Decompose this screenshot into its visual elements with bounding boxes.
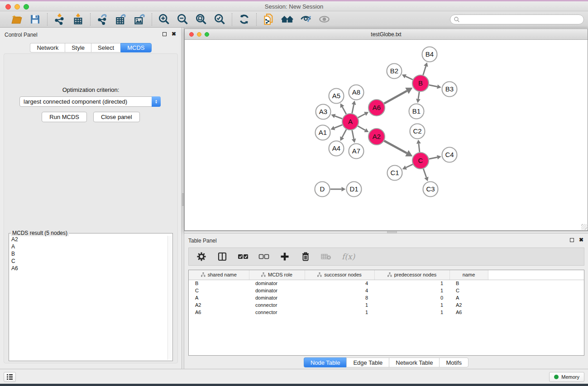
search-field[interactable]	[450, 14, 584, 24]
run-mcds-button[interactable]: Run MCDS	[42, 112, 87, 122]
export-image-icon[interactable]	[134, 13, 146, 25]
graph-edge-A-A8[interactable]	[352, 105, 354, 113]
table-cell[interactable]: 1	[305, 301, 374, 309]
network-window-titlebar[interactable]: testGlobe.txt	[185, 29, 588, 40]
mcds-result-item[interactable]: B	[10, 250, 167, 257]
tab-node-table[interactable]: Node Table	[304, 357, 347, 367]
table-cell[interactable]: A	[189, 294, 249, 301]
graph-edge-C-C3[interactable]	[423, 169, 426, 177]
function-builder-fx-icon[interactable]: f(x)	[342, 252, 355, 261]
tab-style[interactable]: Style	[65, 43, 91, 52]
column-header-name[interactable]: name	[449, 270, 488, 280]
search-input[interactable]	[460, 15, 583, 24]
table-cell[interactable]: C	[189, 287, 249, 294]
select-all-checkboxes-icon[interactable]	[238, 251, 249, 262]
graph-edge-A-A5[interactable]	[342, 107, 346, 114]
network-graph[interactable]: AA6A2BCA3A5A8A1A4A7B2B4B3B1C2C4C1C3DD1	[185, 40, 588, 230]
graph-edge-B-B4[interactable]	[423, 66, 426, 75]
table-row[interactable]: Bdominator41B	[189, 280, 584, 287]
table-cell[interactable]: 1	[374, 309, 449, 316]
table-cell[interactable]: A6	[449, 309, 488, 316]
mcds-result-item[interactable]: C	[10, 257, 167, 265]
graph-edge-A-A7[interactable]	[352, 130, 354, 139]
save-session-icon[interactable]	[29, 13, 41, 25]
table-row[interactable]: A6connector11A6	[189, 309, 584, 316]
mcds-result-item[interactable]: A	[10, 243, 167, 250]
table-cell[interactable]: dominator	[249, 280, 305, 287]
table-cell[interactable]: 4	[305, 280, 374, 287]
show-column-panel-icon[interactable]	[217, 251, 228, 262]
table-cell[interactable]: A2	[449, 301, 488, 309]
table-cell[interactable]: 4	[305, 287, 374, 294]
graph-edge-A-A4[interactable]	[342, 129, 346, 138]
window-resize-grip[interactable]	[581, 224, 587, 230]
zoom-selected-icon[interactable]	[214, 13, 226, 25]
network-canvas[interactable]: AA6A2BCA3A5A8A1A4A7B2B4B3B1C2C4C1C3DD1	[185, 40, 588, 230]
graph-edge-A-A3[interactable]	[335, 116, 342, 119]
import-network-icon[interactable]	[53, 13, 66, 25]
mcds-result-item[interactable]: A6	[10, 265, 167, 272]
close-panel-button[interactable]: Close panel	[93, 112, 140, 122]
column-settings-gear-icon[interactable]	[196, 251, 207, 262]
table-cell[interactable]: A	[449, 294, 488, 301]
table-cell[interactable]: dominator	[249, 294, 305, 301]
column-header-shared-name[interactable]: shared name	[189, 270, 249, 280]
table-cell[interactable]: B	[189, 280, 249, 287]
zoom-out-icon[interactable]	[177, 13, 189, 25]
tab-mcds[interactable]: MCDS	[120, 43, 151, 52]
style-edit-eye-icon[interactable]	[300, 13, 312, 25]
optimization-criterion-dropdown[interactable]: largest connected component (directed) ▲…	[19, 96, 161, 107]
table-cell[interactable]: A2	[189, 301, 249, 309]
graph-edge-B-B3[interactable]	[429, 85, 437, 87]
table-cell[interactable]: C	[449, 287, 488, 294]
delete-table-icon[interactable]	[321, 251, 332, 262]
table-row[interactable]: Cdominator41C	[189, 287, 584, 294]
export-table-icon[interactable]	[115, 13, 127, 25]
table-cell[interactable]: connector	[249, 309, 305, 316]
table-cell[interactable]: dominator	[249, 287, 305, 294]
table-cell[interactable]: connector	[249, 301, 305, 309]
table-cell[interactable]: 1	[374, 287, 449, 294]
table-cell[interactable]: 1	[374, 280, 449, 287]
table-row[interactable]: A2connector11A2	[189, 301, 584, 309]
deselect-all-checkboxes-icon[interactable]	[258, 251, 269, 262]
graph-edge-C-C4[interactable]	[429, 157, 437, 159]
graph-edge-B-B1[interactable]	[418, 92, 419, 99]
graph-edge-A-A6[interactable]	[358, 114, 365, 118]
tab-network[interactable]: Network	[30, 43, 65, 52]
node-table[interactable]: shared nameMCDS rolesuccessor nodesprede…	[188, 270, 584, 356]
memory-button[interactable]: Memory	[549, 372, 584, 382]
tab-select[interactable]: Select	[91, 43, 120, 52]
float-panel-icon[interactable]	[570, 238, 574, 242]
close-panel-icon[interactable]: ✖	[172, 32, 176, 36]
show-hide-eye-icon[interactable]	[318, 13, 330, 25]
table-row[interactable]: Adominator80A	[189, 294, 584, 301]
graph-edge-C-C2[interactable]	[419, 143, 420, 152]
column-header-predecessor-nodes[interactable]: predecessor nodes	[374, 270, 449, 280]
close-panel-icon[interactable]: ✖	[579, 238, 583, 242]
float-panel-icon[interactable]	[163, 32, 167, 36]
zoom-in-icon[interactable]	[158, 13, 170, 25]
task-history-button[interactable]	[4, 372, 16, 382]
splitter-grip[interactable]	[387, 231, 397, 233]
table-cell[interactable]: A6	[189, 309, 249, 316]
tab-motifs[interactable]: Motifs	[439, 357, 468, 367]
table-cell[interactable]: 1	[305, 309, 374, 316]
table-cell[interactable]: 0	[374, 294, 449, 301]
graph-edge-B-B2[interactable]	[406, 76, 413, 80]
splitter-grip[interactable]	[182, 193, 184, 206]
table-cell[interactable]: 8	[305, 294, 374, 301]
new-network-from-selection-icon[interactable]	[263, 13, 275, 25]
graph-edge-A2-C[interactable]	[384, 141, 407, 153]
import-table-icon[interactable]	[72, 13, 84, 25]
tab-network-table[interactable]: Network Table	[389, 357, 439, 367]
refresh-icon[interactable]	[238, 13, 250, 25]
mcds-result-item[interactable]: A2	[10, 236, 167, 243]
home-networks-icon[interactable]	[281, 13, 293, 25]
graph-edge-A-A2[interactable]	[358, 126, 365, 130]
create-column-plus-icon[interactable]	[279, 251, 290, 262]
export-network-icon[interactable]	[96, 13, 109, 25]
table-cell[interactable]: B	[449, 280, 488, 287]
delete-column-trash-icon[interactable]	[300, 251, 311, 262]
result-scrollbar[interactable]	[167, 236, 172, 360]
